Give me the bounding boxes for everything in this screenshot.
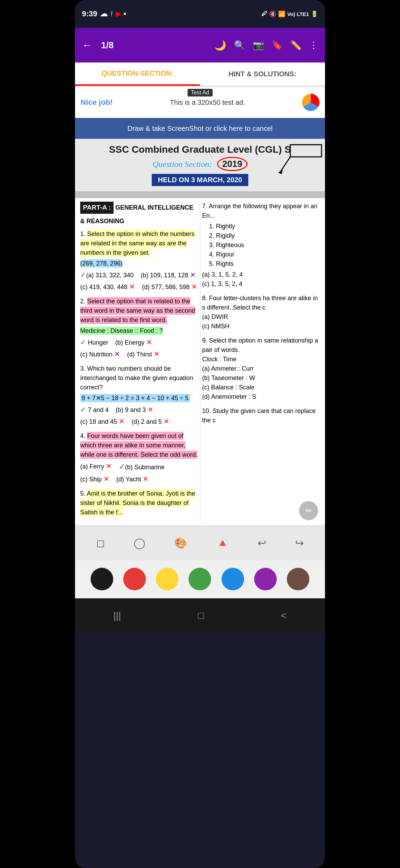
q7-opt-a: (a) 3, 1, 5, 2, 4 xyxy=(202,270,320,279)
q3-opt-a: ✓ 7 and 4 xyxy=(80,404,109,415)
eraser-tool[interactable]: ◻ xyxy=(96,537,105,549)
right-column: 7. Arrange the following they appear in … xyxy=(200,202,320,522)
svg-marker-2 xyxy=(278,170,283,174)
q1-options: ✓(a) 313, 322, 340 (b) 109, 118, 128 ✕ xyxy=(80,270,198,280)
camera-icon[interactable]: 📷 xyxy=(253,40,264,51)
color-palette xyxy=(75,560,325,598)
q8-opt-a: (a) DWIR xyxy=(202,312,320,322)
part-a-header: PART-A : xyxy=(80,202,114,214)
dot-indicator: • xyxy=(124,9,126,18)
q1-num: 1. xyxy=(80,230,85,237)
palette-tool[interactable]: 🎨 xyxy=(174,537,187,549)
q3-equation: 9 + 7✕5 − 18 ÷ 2 = 3 × 4 − 10 + 45 ÷ 5 xyxy=(80,394,190,402)
document-date-bar: HELD ON 3 MARCH, 2020 xyxy=(152,174,248,186)
q9-text: Select the option in same relationship a… xyxy=(202,337,318,353)
svg-rect-0 xyxy=(290,145,322,157)
drawing-toolbar: ◻ ◯ 🎨 🔺 ↩ ↪ xyxy=(75,525,325,560)
q4-opt-b: ✓(b) Submarine xyxy=(119,461,165,472)
q1-opt-b: (b) 109, 118, 128 ✕ xyxy=(141,270,196,280)
q2-opt-c: (c) Nutrition ✕ xyxy=(80,349,120,359)
back-button[interactable]: ← xyxy=(82,39,92,51)
tab-question-section[interactable]: QUESTION-SECTION: xyxy=(75,62,200,86)
q2-text: Select the option that is related to the… xyxy=(80,297,195,324)
question-5: 5. Amit is the brother of Sonia. Jyoti i… xyxy=(80,489,198,517)
q7-opt-c: (c) 1, 3, 5, 2, 4 xyxy=(202,279,320,289)
q9-opt-a: (a) Ammeter : Curr xyxy=(202,364,320,373)
ad-banner[interactable]: Test Ad Nice job! This is a 320x50 test … xyxy=(75,87,325,118)
undo-tool[interactable]: ↩ xyxy=(258,537,266,549)
question-7: 7. Arrange the following they appear in … xyxy=(202,202,320,289)
bookmark-icon[interactable]: 🔖 xyxy=(272,40,283,51)
question-2: 2. Select the option that is related to … xyxy=(80,297,198,359)
question-9: 9. Select the option in same relationshi… xyxy=(202,336,320,402)
color-brown[interactable] xyxy=(287,568,309,590)
nav-bar: ← 1/8 🌙 🔍 📷 🔖 ✏️ ⋮ xyxy=(75,28,325,62)
home-button[interactable]: □ xyxy=(198,610,204,621)
wifi-icon: 📶 xyxy=(278,10,285,18)
ad-nice-job: Nice job! xyxy=(81,98,113,107)
q8-opt-c: (c) NMSH xyxy=(202,322,320,331)
color-yellow[interactable] xyxy=(156,568,178,590)
q1-opt-c: (c) 419, 430, 448 ✕ xyxy=(80,281,135,292)
color-red[interactable] xyxy=(123,568,146,590)
back-nav-button[interactable]: < xyxy=(281,610,286,621)
color-green[interactable] xyxy=(189,568,211,590)
q4-options: (a) Ferry ✕ ✓(b) Submarine xyxy=(80,461,198,472)
edit-icon[interactable]: ✏️ xyxy=(290,40,301,51)
q4-num: 4. xyxy=(80,432,85,439)
q9-opt-b: (b) Taseometer : W xyxy=(202,373,320,383)
document-subtitle: Question Section: xyxy=(152,160,212,169)
color-purple[interactable] xyxy=(254,568,277,590)
arrow-annotation xyxy=(262,143,325,178)
left-column: PART-A : GENERAL INTELLIGENCE & REASONIN… xyxy=(80,202,200,522)
theme-toggle-icon[interactable]: 🌙 xyxy=(214,40,226,51)
q1-opt-a: ✓(a) 313, 322, 340 xyxy=(80,270,134,280)
circle-tool[interactable]: ◯ xyxy=(134,537,145,549)
tab-question-label: QUESTION-SECTION: xyxy=(102,69,174,77)
question-1: 1. Select the option in which the number… xyxy=(80,229,198,292)
youtube-icon: ▶ xyxy=(116,10,121,18)
q4-opt-c: (c) Ship ✕ xyxy=(80,474,109,484)
ad-label: Test Ad xyxy=(188,89,212,96)
q4-opt-d: (d) Yacht ✕ xyxy=(116,474,149,484)
more-options-icon[interactable]: ⋮ xyxy=(309,40,318,51)
q2-opt-a: ✓ Hunger xyxy=(80,337,108,347)
q8-num: 8. xyxy=(202,295,207,302)
svg-line-1 xyxy=(280,157,290,172)
redo-tool[interactable]: ↪ xyxy=(295,537,304,549)
document-header: SSC Combined Graduate Level (CGL) S Ques… xyxy=(75,139,325,191)
q3-options-2: (c) 18 and 45 ✕ (d) 2 and 5 ✕ xyxy=(80,416,198,427)
color-blue[interactable] xyxy=(222,568,244,590)
document-year: 2019 xyxy=(217,157,248,171)
search-icon[interactable]: 🔍 xyxy=(234,40,245,51)
floating-edit-button[interactable]: ✏ xyxy=(299,501,318,520)
recent-apps-button[interactable]: ||| xyxy=(114,610,121,621)
cloud-icon: ☁ xyxy=(100,9,108,18)
q2-options-2: (c) Nutrition ✕ (d) Thirst ✕ xyxy=(80,349,198,359)
color-black[interactable] xyxy=(91,568,113,590)
question-10: 10. Study the given care that can replac… xyxy=(202,406,320,425)
q9-num: 9. xyxy=(202,337,207,344)
battery-icon: 🔋 xyxy=(311,10,318,18)
q1-opt-d: (d) 577, 586, 598 ✕ xyxy=(142,281,197,292)
content-area: PART-A : GENERAL INTELLIGENCE & REASONIN… xyxy=(75,198,325,525)
q2-analogy: Medicine : Disease :: Food : ? xyxy=(80,327,163,335)
screenshot-bar[interactable]: Draw & take ScreenShot or click here to … xyxy=(75,118,325,139)
tab-bar: QUESTION-SECTION: HINT & SOLUTIONS: xyxy=(75,62,325,87)
ad-text: This is a 320x50 test ad. xyxy=(118,99,297,107)
q4-options-2: (c) Ship ✕ (d) Yacht ✕ xyxy=(80,474,198,484)
q2-opt-d: (d) Thirst ✕ xyxy=(127,349,160,359)
q9-analogy: Clock : Time xyxy=(202,355,320,364)
q4-text: Four words have been given out of which … xyxy=(80,432,198,459)
q3-text: Which two numbers should be interchanged… xyxy=(80,365,193,391)
q7-item-5: 5. Rights xyxy=(209,259,320,269)
fill-tool[interactable]: 🔺 xyxy=(216,537,229,549)
q3-num: 3. xyxy=(80,365,85,372)
q2-num: 2. xyxy=(80,298,85,305)
ad-logo-icon xyxy=(302,94,319,111)
q1-given-set: (269, 278, 296) xyxy=(80,259,123,268)
q9-opt-c: (c) Balance : Scale xyxy=(202,383,320,392)
question-8: 8. Four letter-clusters ha three are ali… xyxy=(202,294,320,331)
tab-hint-solutions[interactable]: HINT & SOLUTIONS: xyxy=(200,62,325,86)
q9-opt-d: (d) Anemometer : S xyxy=(202,392,320,402)
